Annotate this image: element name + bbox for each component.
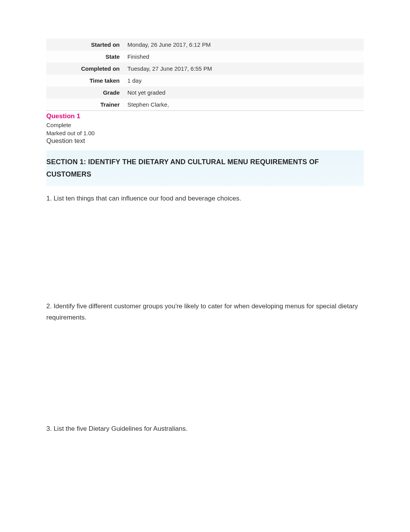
- trainer-label: Trainer: [46, 99, 124, 111]
- section-title: SECTION 1: IDENTIFY THE DIETARY AND CULT…: [46, 156, 364, 181]
- state-value: Finished: [124, 51, 364, 63]
- attempt-info-table: Started on Monday, 26 June 2017, 6:12 PM…: [46, 39, 364, 111]
- question-status: Complete: [46, 122, 364, 128]
- state-label: State: [46, 51, 124, 63]
- question-marked: Marked out of 1.00: [46, 130, 364, 136]
- question-2-text: 2. Identify five different customer grou…: [46, 301, 364, 323]
- table-row: Completed on Tuesday, 27 June 2017, 6:55…: [46, 63, 364, 75]
- table-row: State Finished: [46, 51, 364, 63]
- started-on-label: Started on: [46, 39, 124, 51]
- question-heading: Question 1: [46, 112, 364, 120]
- table-row: Started on Monday, 26 June 2017, 6:12 PM: [46, 39, 364, 51]
- table-row: Trainer Stephen Clarke,: [46, 99, 364, 111]
- completed-on-label: Completed on: [46, 63, 124, 75]
- completed-on-value: Tuesday, 27 June 2017, 6:55 PM: [124, 63, 364, 75]
- grade-value: Not yet graded: [124, 87, 364, 99]
- time-taken-value: 1 day: [124, 75, 364, 87]
- table-row: Time taken 1 day: [46, 75, 364, 87]
- section-box: SECTION 1: IDENTIFY THE DIETARY AND CULT…: [46, 150, 364, 186]
- question-text-heading: Question text: [46, 137, 364, 145]
- question-3-text: 3. List the five Dietary Guidelines for …: [46, 423, 364, 435]
- table-row: Grade Not yet graded: [46, 87, 364, 99]
- grade-label: Grade: [46, 87, 124, 99]
- question-1-text: 1. List ten things that can influence ou…: [46, 193, 364, 204]
- time-taken-label: Time taken: [46, 75, 124, 87]
- trainer-value: Stephen Clarke,: [124, 99, 364, 111]
- started-on-value: Monday, 26 June 2017, 6:12 PM: [124, 39, 364, 51]
